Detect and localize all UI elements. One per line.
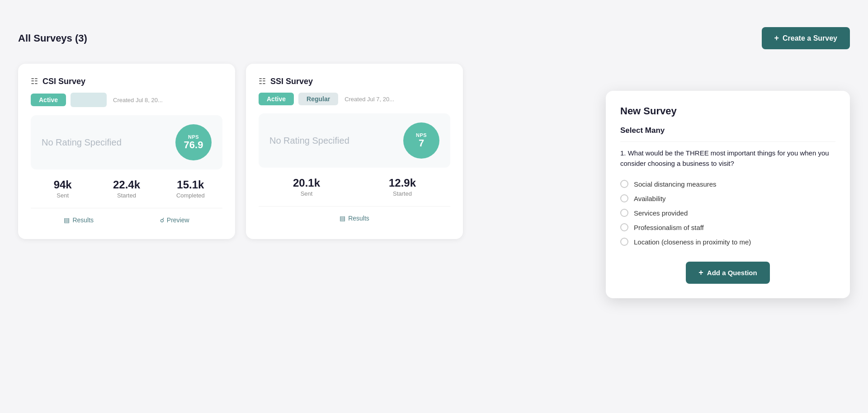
option-radio-0: [620, 180, 628, 188]
csi-nps-value: 76.9: [184, 140, 203, 150]
ssi-no-rating: No Rating Specified: [269, 135, 349, 146]
option-radio-2: [620, 209, 628, 217]
document-icon: ☷: [31, 76, 38, 86]
ssi-nps-circle: NPS 7: [403, 122, 439, 159]
survey-card-csi: ☷ CSI Survey Active Created Jul 8, 20...…: [18, 64, 235, 239]
ssi-nps-value: 7: [419, 138, 424, 149]
csi-card-header: ☷ CSI Survey: [31, 76, 222, 86]
plus-icon: [774, 33, 779, 43]
ssi-tags: Active Regular Created Jul 7, 20...: [259, 93, 450, 105]
bar-chart-icon: ▤: [64, 216, 70, 224]
csi-preview-button[interactable]: ☌ Preview: [155, 214, 195, 226]
ssi-stat-started: 12.9k Started: [354, 177, 450, 197]
ssi-survey-title: SSI Survey: [270, 77, 313, 86]
document-icon-ssi: ☷: [259, 76, 266, 86]
csi-stat-started: 22.4k Started: [94, 178, 158, 199]
new-survey-title: New Survey: [620, 105, 835, 117]
csi-card-actions: ▤ Results ☌ Preview: [31, 208, 222, 226]
survey-card-ssi: ☷ SSI Survey Active Regular Created Jul …: [246, 64, 463, 239]
preview-icon: ☌: [160, 216, 164, 224]
csi-created-text: Created Jul 8, 20...: [113, 97, 163, 103]
csi-rating-box: No Rating Specified NPS 76.9: [31, 115, 222, 169]
csi-stat-sent: 94k Sent: [31, 178, 94, 199]
csi-results-button[interactable]: ▤ Results: [58, 214, 99, 226]
ssi-stat-sent: 20.1k Sent: [259, 177, 354, 197]
options-list: Social distancing measures Availability …: [620, 177, 835, 249]
option-radio-1: [620, 194, 628, 202]
csi-secondary-tag: [71, 93, 107, 107]
option-radio-4: [620, 238, 628, 246]
ssi-card-header: ☷ SSI Survey: [259, 76, 450, 86]
option-radio-3: [620, 223, 628, 231]
bar-chart-icon-ssi: ▤: [340, 215, 345, 222]
option-item-0: Social distancing measures: [620, 177, 835, 191]
csi-no-rating: No Rating Specified: [42, 136, 122, 148]
ssi-regular-tag: Regular: [298, 93, 338, 105]
plus-icon-add: +: [698, 268, 703, 277]
ssi-active-tag: Active: [259, 93, 294, 105]
option-item-2: Services provided: [620, 206, 835, 220]
question-text: 1. What would be the THREE most importan…: [620, 148, 835, 169]
ssi-stats-row: 20.1k Sent 12.9k Started: [259, 177, 450, 197]
option-item-1: Availability: [620, 191, 835, 206]
question-type-label: Select Many: [620, 126, 835, 142]
surveys-grid: ☷ CSI Survey Active Created Jul 8, 20...…: [18, 64, 850, 239]
csi-active-tag: Active: [31, 94, 66, 106]
ssi-results-button[interactable]: ▤ Results: [334, 212, 375, 225]
option-item-4: Location (closeness in proximity to me): [620, 235, 835, 249]
add-question-button[interactable]: + Add a Question: [686, 262, 769, 284]
page-title: All Surveys (3): [18, 33, 87, 44]
ssi-rating-box: No Rating Specified NPS 7: [259, 113, 450, 168]
csi-survey-title: CSI Survey: [42, 77, 85, 86]
page-header: All Surveys (3) Create a Survey: [18, 27, 850, 49]
csi-stat-completed: 15.1k Completed: [159, 178, 222, 199]
csi-stats-row: 94k Sent 22.4k Started 15.1k Completed: [31, 178, 222, 199]
csi-nps-circle: NPS 76.9: [175, 124, 212, 160]
csi-tags: Active Created Jul 8, 20...: [31, 93, 222, 107]
ssi-card-actions: ▤ Results: [259, 206, 450, 225]
ssi-created-text: Created Jul 7, 20...: [344, 96, 394, 103]
option-item-3: Professionalism of staff: [620, 220, 835, 235]
create-survey-button[interactable]: Create a Survey: [762, 27, 850, 49]
new-survey-card: New Survey Select Many 1. What would be …: [606, 91, 850, 298]
